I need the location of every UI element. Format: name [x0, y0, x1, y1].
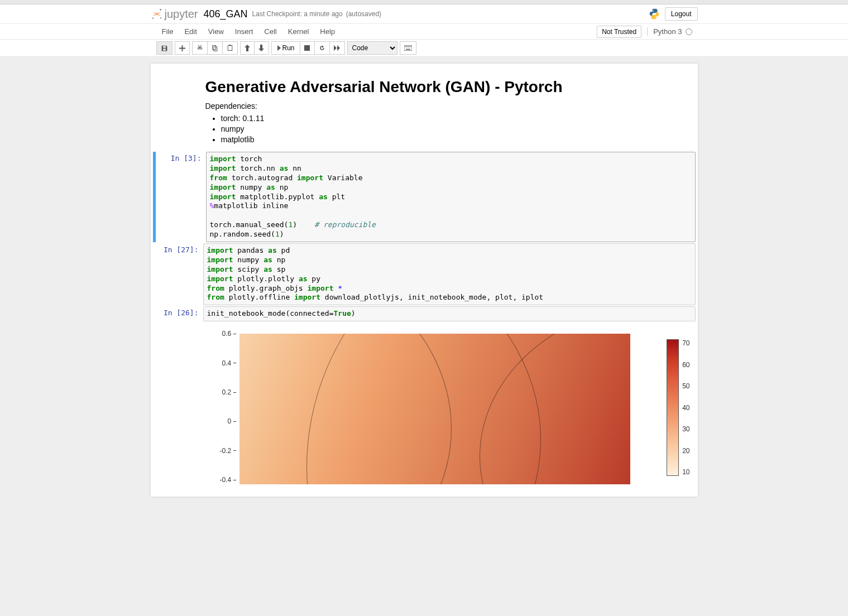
deps-list: torch: 0.1.11 numpy matplotlib	[221, 114, 693, 144]
notebook-header: jupyter 406_GAN Last Checkpoint: a minut…	[0, 4, 848, 24]
markdown-prompt	[153, 67, 203, 151]
interrupt-button[interactable]	[300, 41, 315, 55]
restart-button[interactable]	[315, 41, 330, 55]
y-tick: -0.4	[220, 476, 232, 484]
code-cell[interactable]: In [26]: init_notebook_mode(connected=Tr…	[153, 306, 696, 321]
move-down-button[interactable]	[255, 41, 269, 55]
cb-tick: 70	[682, 339, 689, 347]
colorbar: 70 60 50 40 30 20 10	[667, 339, 689, 476]
move-up-button[interactable]	[240, 41, 255, 55]
svg-rect-7	[228, 46, 232, 51]
run-label: Run	[282, 44, 294, 52]
svg-rect-14	[409, 46, 410, 47]
menu-kernel[interactable]: Kernel	[282, 24, 315, 39]
notebook-container: Generative Adversarial Network (GAN) - P…	[0, 57, 848, 616]
svg-rect-10	[404, 45, 412, 50]
markdown-cell[interactable]: Generative Adversarial Network (GAN) - P…	[153, 67, 696, 151]
svg-rect-9	[304, 45, 310, 51]
kernel-status-icon	[686, 28, 692, 35]
menu-view[interactable]: View	[203, 24, 229, 39]
svg-rect-8	[229, 45, 231, 46]
arrow-down-icon	[258, 45, 264, 51]
y-tick: 0.6	[222, 330, 232, 338]
colorbar-gradient	[667, 339, 679, 476]
logout-button[interactable]: Logout	[665, 7, 698, 21]
browser-tab-bar	[0, 0, 848, 4]
code-input[interactable]: init_notebook_mode(connected=True)	[203, 306, 696, 321]
plot-area[interactable]	[239, 334, 630, 484]
svg-point-4	[655, 17, 655, 18]
svg-rect-15	[410, 46, 411, 47]
notebook-title: Generative Adversarial Network (GAN) - P…	[205, 78, 693, 96]
menu-insert[interactable]: Insert	[229, 24, 259, 39]
contour-plot[interactable]: 0.6 0.4 0.2 0 -0.2 -0.4	[220, 334, 690, 484]
svg-point-2	[160, 17, 161, 18]
y-tick: 0.4	[222, 359, 232, 367]
code-cell[interactable]: In [27]: import pandas as pd import nump…	[153, 243, 696, 305]
kernel-indicator[interactable]: Python 3	[647, 27, 692, 36]
menu-cell[interactable]: Cell	[258, 24, 282, 39]
stop-icon	[304, 45, 310, 51]
copy-button[interactable]	[208, 41, 223, 55]
trust-button[interactable]: Not Trusted	[597, 26, 641, 38]
y-axis: 0.6 0.4 0.2 0 -0.2 -0.4	[220, 334, 240, 480]
y-tick: -0.2	[220, 447, 232, 455]
jupyter-logo-text: jupyter	[165, 8, 198, 21]
y-tick: 0.2	[222, 388, 232, 396]
svg-rect-5	[212, 46, 215, 50]
cell-type-select[interactable]: Code	[347, 41, 397, 55]
code-input[interactable]: import pandas as pd import numpy as np i…	[203, 243, 696, 305]
y-tick: 0	[228, 417, 232, 425]
svg-rect-12	[406, 46, 407, 47]
cb-tick: 20	[682, 447, 689, 455]
copy-icon	[212, 45, 218, 51]
run-icon	[276, 45, 281, 51]
jupyter-logo-icon	[151, 8, 163, 20]
cut-button[interactable]	[192, 41, 208, 55]
plus-icon	[179, 45, 185, 51]
jupyter-logo[interactable]: jupyter	[151, 8, 198, 21]
code-input[interactable]: import torch import torch.nn as nn from …	[206, 152, 696, 242]
scissors-icon	[197, 45, 203, 51]
toolbar: Run Code	[0, 40, 848, 57]
list-item: torch: 0.1.11	[221, 114, 693, 123]
command-palette-button[interactable]	[400, 41, 416, 55]
notebook: Generative Adversarial Network (GAN) - P…	[151, 64, 698, 497]
svg-rect-16	[406, 49, 410, 50]
svg-rect-11	[405, 46, 406, 47]
list-item: matplotlib	[221, 135, 693, 144]
menu-edit[interactable]: Edit	[179, 24, 202, 39]
paste-icon	[227, 45, 233, 51]
deps-heading: Dependencies:	[205, 102, 693, 110]
cb-tick: 40	[682, 404, 689, 412]
markdown-body: Generative Adversarial Network (GAN) - P…	[203, 67, 696, 151]
svg-point-0	[160, 9, 161, 11]
cb-tick: 60	[682, 361, 689, 369]
autosave-status: (autosaved)	[346, 10, 381, 18]
add-cell-button[interactable]	[175, 41, 190, 55]
svg-point-3	[653, 10, 653, 11]
output-body: 0.6 0.4 0.2 0 -0.2 -0.4	[203, 323, 696, 490]
output-cell: 0.6 0.4 0.2 0 -0.2 -0.4	[153, 323, 696, 490]
svg-rect-6	[213, 47, 217, 51]
menu-file[interactable]: File	[156, 24, 179, 39]
run-button[interactable]: Run	[271, 41, 300, 55]
paste-button[interactable]	[223, 41, 238, 55]
cb-tick: 50	[682, 382, 689, 390]
cell-prompt: In [26]:	[153, 306, 203, 321]
save-icon	[161, 45, 168, 52]
restart-run-all-button[interactable]	[330, 41, 345, 55]
menu-help[interactable]: Help	[314, 24, 341, 39]
cell-prompt: In [3]:	[156, 152, 206, 242]
kernel-name: Python 3	[653, 27, 682, 36]
keyboard-icon	[404, 45, 412, 51]
notebook-name[interactable]: 406_GAN	[204, 8, 248, 20]
cb-tick: 10	[682, 468, 689, 476]
save-button[interactable]	[156, 41, 173, 55]
fast-forward-icon	[334, 45, 341, 51]
svg-rect-13	[408, 46, 409, 47]
restart-icon	[319, 45, 325, 51]
checkpoint-status: Last Checkpoint: a minute ago	[252, 10, 343, 18]
cell-prompt: In [27]:	[153, 243, 203, 305]
code-cell[interactable]: In [3]: import torch import torch.nn as …	[153, 152, 696, 242]
